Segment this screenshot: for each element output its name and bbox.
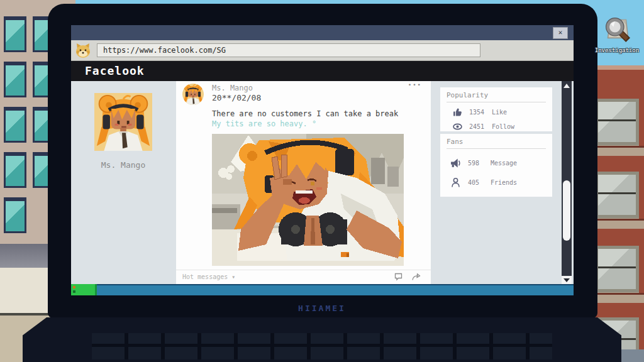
doge-favicon: [75, 42, 91, 58]
building-window: [4, 152, 26, 188]
scroll-up-arrow-icon[interactable]: [564, 84, 570, 88]
scrollbar-thumb[interactable]: [563, 180, 570, 241]
url-input[interactable]: https://www.facelook.com/SG: [97, 43, 480, 57]
browser-window: ✕ https://www.facelook.com/SG Facelook: [71, 25, 574, 294]
building-window: [4, 107, 26, 143]
message-count: 598: [468, 160, 487, 167]
comments-filter-dropdown[interactable]: Hot messages ▾: [182, 273, 235, 280]
browser-titlebar: ✕: [71, 25, 574, 40]
post-divider: [176, 270, 431, 270]
post-text-highlight: My tits are so heavy. °: [212, 119, 316, 128]
browser-toolbar: https://www.facelook.com/SG: [71, 40, 574, 61]
game-scene: Investigation HIIAMEI ✕ https://www.face…: [0, 0, 644, 362]
scroll-down-arrow-icon[interactable]: [562, 276, 572, 284]
building-window: [595, 99, 639, 145]
post-author-name[interactable]: Ms. Mango: [212, 84, 253, 92]
building-window: [595, 246, 639, 292]
page-scrollbar[interactable]: [562, 81, 572, 284]
building-window: [595, 172, 639, 218]
building-window: [4, 16, 26, 52]
post-date: 20**/02/08: [212, 93, 261, 102]
fans-card: Fans 598 Message 405 Fri: [440, 134, 552, 197]
browser-statusbar: [71, 284, 574, 295]
popularity-title: Popularity: [447, 91, 546, 102]
building-window: [4, 197, 26, 233]
megaphone-icon: [450, 158, 461, 168]
site-logo[interactable]: Facelook: [85, 61, 574, 81]
close-button[interactable]: ✕: [553, 27, 568, 39]
battery-dot: [73, 290, 75, 293]
follow-label[interactable]: Follow: [492, 123, 514, 130]
message-label[interactable]: Message: [491, 160, 517, 167]
like-count: 1354: [469, 109, 488, 116]
post-card: Ms. Mango 20**/02/08 ••• There are no cu…: [176, 81, 431, 284]
laptop-base: [23, 317, 621, 362]
fans-title: Fans: [447, 138, 546, 149]
investigation-desktop-icon[interactable]: Investigation: [591, 14, 643, 53]
like-row: 1354 Like: [453, 107, 552, 117]
follow-count: 2451: [469, 123, 488, 130]
share-icon[interactable]: [411, 272, 421, 282]
battery-indicator: [71, 284, 97, 295]
laptop-brand: HIIAMEI: [0, 304, 644, 313]
facelook-page: Ms. Mango Ms. Mango 20**/02/08 ••• There…: [71, 81, 574, 284]
message-row: 598 Message: [450, 158, 552, 168]
site-header: Facelook: [71, 61, 574, 81]
profile-name: Ms. Mango: [71, 160, 175, 170]
building-window: [4, 62, 26, 97]
person-icon: [450, 177, 461, 188]
friends-label[interactable]: Friends: [491, 179, 517, 186]
friends-count: 405: [468, 179, 487, 186]
battery-dot: [73, 286, 75, 288]
post-text-normal: There are no customers I can take a brea…: [212, 109, 398, 118]
magnifier-icon: [602, 14, 632, 44]
profile-avatar[interactable]: [94, 93, 152, 151]
follow-row: 2451 Follow: [453, 122, 552, 131]
post-image[interactable]: [212, 134, 404, 266]
post-text: There are no customers I can take a brea…: [212, 109, 401, 129]
like-label[interactable]: Like: [492, 109, 507, 116]
post-menu-button[interactable]: •••: [408, 82, 422, 88]
investigation-label: Investigation: [591, 47, 643, 53]
friends-row: 405 Friends: [450, 177, 552, 188]
popularity-card: Popularity 1354 Like 2451 Follow: [440, 87, 552, 131]
thumbs-up-icon: [453, 107, 462, 117]
comment-icon[interactable]: [394, 272, 403, 282]
laptop-keyboard: [92, 333, 552, 359]
eye-icon: [453, 122, 462, 131]
post-author-avatar[interactable]: [182, 84, 204, 105]
